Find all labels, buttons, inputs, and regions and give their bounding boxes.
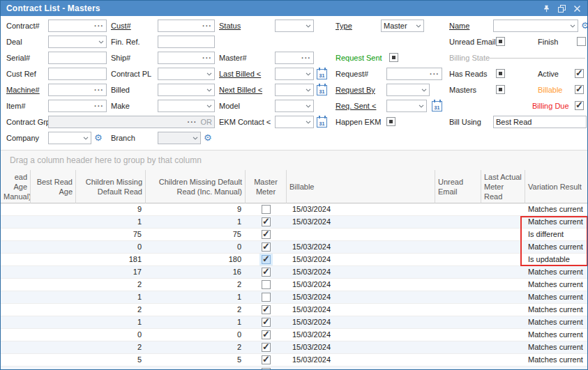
type-label[interactable]: Type bbox=[336, 22, 352, 30]
ellipsis-button[interactable]: ··· bbox=[202, 56, 212, 60]
calendar-icon[interactable]: 31 bbox=[432, 101, 442, 111]
chevron-down-icon[interactable] bbox=[193, 137, 198, 140]
column-header-best-read-age[interactable]: Best ReadAge bbox=[31, 170, 76, 203]
request-sent-checkbox[interactable] bbox=[389, 53, 398, 62]
branch-dropdown[interactable] bbox=[158, 132, 201, 144]
master-no-input[interactable]: ··· bbox=[275, 52, 314, 64]
master-meter-checkbox[interactable] bbox=[262, 242, 271, 252]
master-meter-checkbox[interactable] bbox=[262, 355, 271, 364]
master-meter-checkbox[interactable] bbox=[262, 330, 271, 339]
name-label[interactable]: Name bbox=[449, 22, 469, 30]
chevron-down-icon[interactable] bbox=[306, 121, 311, 124]
unread-email-checkbox[interactable] bbox=[496, 37, 505, 46]
table-row[interactable] bbox=[1, 367, 588, 370]
name-dropdown[interactable] bbox=[493, 20, 578, 32]
finish-checkbox[interactable] bbox=[577, 37, 586, 46]
billable-f-checkbox[interactable] bbox=[575, 85, 584, 94]
happen-ekm-checkbox[interactable] bbox=[386, 117, 395, 126]
next-billed-dropdown[interactable] bbox=[275, 84, 314, 96]
billed-dropdown[interactable] bbox=[158, 84, 215, 96]
table-row[interactable]: 171615/03/2024Matches current bbox=[1, 266, 588, 279]
next-billed-label[interactable]: Next Billed < bbox=[219, 86, 262, 94]
serial-no-input[interactable] bbox=[48, 52, 107, 64]
has-reads-checkbox[interactable] bbox=[496, 69, 505, 78]
gear-icon[interactable]: ⚙ bbox=[204, 133, 212, 142]
table-row[interactable]: 1115/03/2024Matches current bbox=[1, 216, 588, 229]
ellipsis-button[interactable]: ··· bbox=[202, 24, 212, 28]
machine-no-label[interactable]: Machine# bbox=[6, 86, 40, 94]
chevron-down-icon[interactable] bbox=[206, 88, 212, 92]
chevron-down-icon[interactable] bbox=[83, 137, 89, 140]
table-row[interactable]: 1115/03/2024Matches current bbox=[1, 291, 588, 304]
ellipsis-button[interactable]: ··· bbox=[430, 72, 439, 76]
chevron-down-icon[interactable] bbox=[306, 72, 311, 76]
group-by-panel[interactable]: Drag a column header here to group by th… bbox=[1, 150, 587, 170]
master-meter-checkbox[interactable] bbox=[262, 255, 271, 264]
cust-no-input[interactable]: ··· bbox=[158, 20, 215, 32]
bill-using-input[interactable]: Best Read bbox=[493, 116, 587, 128]
status-label[interactable]: Status bbox=[219, 22, 241, 30]
request-by-label[interactable]: Request By bbox=[336, 86, 375, 94]
chevron-down-icon[interactable] bbox=[416, 24, 421, 28]
ellipsis-button[interactable]: ··· bbox=[94, 88, 104, 92]
table-row[interactable]: 2215/03/2024Matches current bbox=[1, 279, 588, 291]
chevron-down-icon[interactable] bbox=[306, 24, 311, 28]
contract-grp-input[interactable]: ···OR bbox=[48, 116, 215, 128]
cust-ref-input[interactable] bbox=[48, 68, 107, 80]
last-billed-label[interactable]: Last Billed < bbox=[219, 70, 261, 78]
master-meter-checkbox[interactable] bbox=[262, 343, 271, 352]
ekm-contact-dropdown[interactable] bbox=[275, 116, 314, 128]
req-sent-label[interactable]: Req. Sent < bbox=[336, 102, 376, 110]
request-no-input[interactable]: ··· bbox=[386, 68, 442, 80]
table-row[interactable]: 2215/03/2024Matches current bbox=[1, 304, 588, 316]
table-row[interactable]: 7575Is different bbox=[1, 229, 588, 241]
window-titlebar[interactable]: Contract List - Masters bbox=[1, 1, 587, 16]
master-meter-checkbox[interactable] bbox=[262, 305, 271, 314]
make-dropdown[interactable] bbox=[158, 100, 215, 112]
column-header-children-missing[interactable]: Children MissingDefault Read bbox=[76, 170, 146, 203]
masters-checkbox[interactable] bbox=[496, 85, 505, 94]
chevron-down-icon[interactable] bbox=[419, 105, 424, 108]
restore-icon[interactable] bbox=[557, 3, 566, 13]
column-header-last-actual[interactable]: Last ActualMeter Read bbox=[481, 170, 525, 203]
last-billed-dropdown[interactable] bbox=[275, 68, 314, 80]
master-meter-checkbox[interactable] bbox=[262, 293, 271, 302]
request-by-dropdown[interactable] bbox=[386, 84, 430, 96]
fin-ref-input[interactable] bbox=[158, 36, 215, 48]
table-row[interactable]: 0015/03/2024Matches current bbox=[1, 241, 588, 254]
table-row[interactable]: 2215/03/2024Matches current bbox=[1, 341, 588, 354]
column-header-billable[interactable]: Billable bbox=[287, 170, 435, 203]
type-dropdown[interactable]: Master bbox=[381, 20, 424, 32]
master-meter-checkbox[interactable] bbox=[262, 205, 271, 214]
contract-pl-dropdown[interactable] bbox=[158, 68, 215, 80]
table-row[interactable]: 1115/03/2024Matches current bbox=[1, 316, 588, 329]
calendar-icon[interactable]: 31 bbox=[317, 85, 327, 95]
table-row[interactable]: 9915/03/2024Matches current bbox=[1, 203, 588, 216]
master-meter-checkbox[interactable] bbox=[262, 230, 271, 239]
ellipsis-button[interactable]: ··· bbox=[94, 104, 104, 108]
column-header-read-age[interactable]: ead AgeManual) bbox=[1, 170, 31, 203]
column-header-unread-email[interactable]: UnreadEmail bbox=[435, 170, 481, 203]
table-row[interactable]: 0015/03/2024Matches current bbox=[1, 329, 588, 341]
chevron-down-icon[interactable] bbox=[421, 88, 427, 92]
ellipsis-button[interactable]: ··· bbox=[301, 56, 311, 60]
req-sent-dropdown[interactable] bbox=[386, 100, 427, 112]
billing-due-checkbox[interactable] bbox=[575, 101, 584, 110]
pin-icon[interactable] bbox=[541, 3, 551, 13]
deal-dropdown[interactable] bbox=[48, 36, 107, 48]
item-no-input[interactable]: ··· bbox=[48, 100, 107, 112]
master-meter-checkbox[interactable] bbox=[262, 318, 271, 327]
master-meter-checkbox[interactable] bbox=[262, 280, 271, 289]
master-meter-checkbox[interactable] bbox=[262, 217, 271, 226]
active-checkbox[interactable] bbox=[575, 69, 584, 78]
chevron-down-icon[interactable] bbox=[306, 88, 311, 92]
column-header-variation[interactable]: Variation Result bbox=[525, 170, 588, 203]
calendar-icon[interactable]: 31 bbox=[317, 69, 327, 79]
gear-icon[interactable]: ⚙ bbox=[94, 133, 103, 142]
machine-no-input[interactable]: ··· bbox=[48, 84, 107, 96]
ellipsis-button[interactable]: ··· bbox=[188, 120, 197, 124]
company-dropdown[interactable] bbox=[48, 132, 91, 144]
chevron-down-icon[interactable] bbox=[570, 24, 575, 28]
ship-no-input[interactable]: ··· bbox=[158, 52, 215, 64]
contract-no-input[interactable]: ··· bbox=[48, 20, 107, 32]
